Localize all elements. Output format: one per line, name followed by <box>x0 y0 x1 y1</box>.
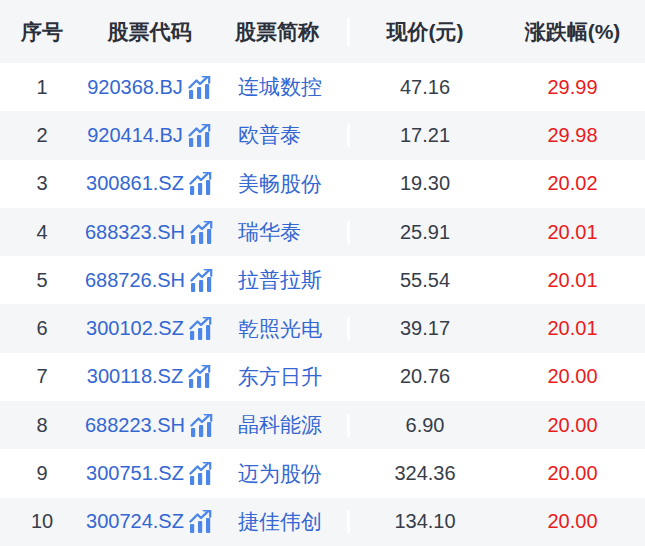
kline-trend-up-icon[interactable] <box>190 269 214 292</box>
stock-name-link[interactable]: 美畅股份 <box>215 170 347 198</box>
serial-cell: 10 <box>0 510 84 533</box>
serial-cell: 4 <box>0 221 84 244</box>
code-cell: 920368.BJ <box>84 76 215 99</box>
kline-trend-up-icon[interactable] <box>189 462 213 485</box>
change-percent-cell: 20.01 <box>500 317 645 340</box>
serial-cell: 6 <box>0 317 84 340</box>
stock-code-link[interactable]: 300102.SZ <box>86 317 184 340</box>
serial-cell: 9 <box>0 462 84 485</box>
header-cell-price[interactable]: 现价(元) <box>347 18 500 46</box>
table-row: 4 688323.SH 瑞华泰 25.91 20.01 <box>0 208 645 256</box>
table-row: 6 300102.SZ 乾照光电 39.17 20.01 <box>0 304 645 352</box>
table-row: 5 688726.SH 拉普拉斯 55.54 20.01 <box>0 256 645 304</box>
serial-cell: 1 <box>0 76 84 99</box>
header-cell-serial[interactable]: 序号 <box>0 18 84 46</box>
kline-trend-up-icon[interactable] <box>188 365 212 388</box>
code-cell: 688726.SH <box>84 269 215 292</box>
price-cell: 19.30 <box>347 172 500 195</box>
table-header: 序号 股票代码 股票简称 现价(元) 涨跌幅(%) <box>0 0 645 63</box>
stock-code-link[interactable]: 688223.SH <box>85 414 185 437</box>
price-cell: 134.10 <box>347 510 500 533</box>
code-cell: 300118.SZ <box>84 365 215 388</box>
change-percent-cell: 20.00 <box>500 462 645 485</box>
change-percent-cell: 20.00 <box>500 510 645 533</box>
header-cell-change[interactable]: 涨跌幅(%) <box>500 18 645 46</box>
kline-trend-up-icon[interactable] <box>189 172 213 195</box>
stock-name-link[interactable]: 迈为股份 <box>215 460 347 488</box>
stock-code-link[interactable]: 688323.SH <box>85 221 185 244</box>
kline-trend-up-icon[interactable] <box>188 76 212 99</box>
code-cell: 920414.BJ <box>84 124 215 147</box>
table-row: 1 920368.BJ 连城数控 47.16 29.99 <box>0 63 645 111</box>
serial-cell: 7 <box>0 365 84 388</box>
stock-name-link[interactable]: 瑞华泰 <box>215 218 347 246</box>
serial-cell: 2 <box>0 124 84 147</box>
header-cell-code[interactable]: 股票代码 <box>84 18 215 46</box>
stock-name-link[interactable]: 连城数控 <box>215 73 347 101</box>
price-cell: 25.91 <box>347 221 500 244</box>
stock-code-link[interactable]: 300724.SZ <box>86 510 184 533</box>
change-percent-cell: 20.00 <box>500 414 645 437</box>
change-percent-cell: 20.01 <box>500 221 645 244</box>
header-cell-name[interactable]: 股票简称 <box>215 18 347 46</box>
serial-cell: 5 <box>0 269 84 292</box>
table-row: 8 688223.SH 晶科能源 6.90 20.00 <box>0 401 645 449</box>
kline-trend-up-icon[interactable] <box>189 317 213 340</box>
table-row: 3 300861.SZ 美畅股份 19.30 20.02 <box>0 160 645 208</box>
change-percent-cell: 20.00 <box>500 365 645 388</box>
serial-cell: 8 <box>0 414 84 437</box>
table-row: 10 300724.SZ 捷佳伟创 134.10 20.00 <box>0 498 645 546</box>
code-cell: 300102.SZ <box>84 317 215 340</box>
stock-name-link[interactable]: 欧普泰 <box>215 121 347 149</box>
price-cell: 47.16 <box>347 76 500 99</box>
stock-code-link[interactable]: 300118.SZ <box>87 365 183 388</box>
code-cell: 688223.SH <box>84 414 215 437</box>
stock-code-link[interactable]: 920368.BJ <box>87 76 183 99</box>
code-cell: 300861.SZ <box>84 172 215 195</box>
stock-name-link[interactable]: 乾照光电 <box>215 315 347 343</box>
code-cell: 300724.SZ <box>84 510 215 533</box>
kline-trend-up-icon[interactable] <box>190 221 214 244</box>
serial-cell: 3 <box>0 172 84 195</box>
stock-name-link[interactable]: 晶科能源 <box>215 411 347 439</box>
price-cell: 20.76 <box>347 365 500 388</box>
table-body: 1 920368.BJ 连城数控 47.16 29.99 2 920414.BJ <box>0 63 645 546</box>
change-percent-cell: 29.98 <box>500 124 645 147</box>
price-cell: 39.17 <box>347 317 500 340</box>
change-percent-cell: 29.99 <box>500 76 645 99</box>
stock-table: 序号 股票代码 股票简称 现价(元) 涨跌幅(%) 1 920368.BJ 连城… <box>0 0 645 546</box>
price-cell: 55.54 <box>347 269 500 292</box>
stock-name-link[interactable]: 捷佳伟创 <box>215 508 347 536</box>
stock-name-link[interactable]: 东方日升 <box>215 363 347 391</box>
stock-code-link[interactable]: 300751.SZ <box>86 462 184 485</box>
kline-trend-up-icon[interactable] <box>190 414 214 437</box>
stock-code-link[interactable]: 920414.BJ <box>87 124 183 147</box>
stock-code-link[interactable]: 300861.SZ <box>86 172 184 195</box>
price-cell: 6.90 <box>347 414 500 437</box>
change-percent-cell: 20.02 <box>500 172 645 195</box>
stock-name-link[interactable]: 拉普拉斯 <box>215 266 347 294</box>
code-cell: 300751.SZ <box>84 462 215 485</box>
kline-trend-up-icon[interactable] <box>189 510 213 533</box>
price-cell: 324.36 <box>347 462 500 485</box>
table-row: 2 920414.BJ 欧普泰 17.21 29.98 <box>0 111 645 159</box>
code-cell: 688323.SH <box>84 221 215 244</box>
kline-trend-up-icon[interactable] <box>188 124 212 147</box>
change-percent-cell: 20.01 <box>500 269 645 292</box>
stock-code-link[interactable]: 688726.SH <box>85 269 185 292</box>
table-row: 7 300118.SZ 东方日升 20.76 20.00 <box>0 353 645 401</box>
table-row: 9 300751.SZ 迈为股份 324.36 20.00 <box>0 449 645 497</box>
price-cell: 17.21 <box>347 124 500 147</box>
